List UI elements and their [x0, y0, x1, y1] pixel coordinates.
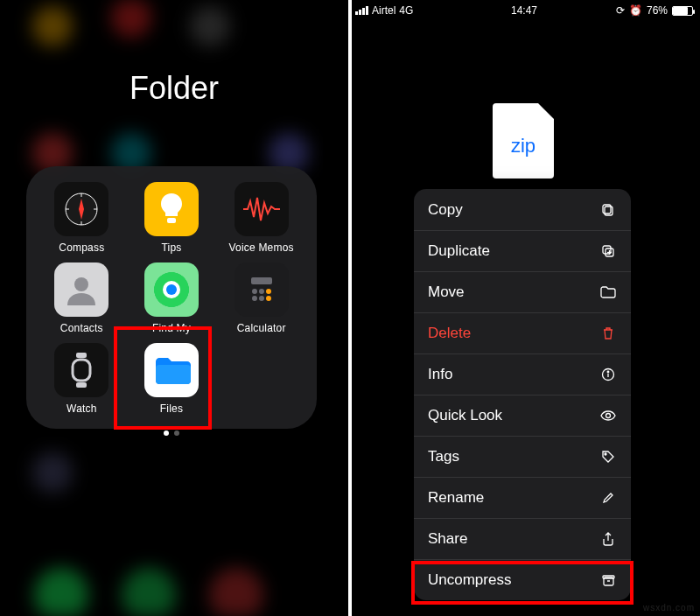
app-tips[interactable]: Tips	[128, 182, 215, 261]
menu-item-share[interactable]: Share	[414, 518, 631, 559]
svg-point-16	[266, 296, 271, 301]
share-icon	[599, 532, 617, 546]
menu-item-quick-look[interactable]: Quick Look	[414, 395, 631, 436]
menu-item-info[interactable]: Info	[414, 354, 631, 395]
trash-icon	[599, 326, 617, 340]
folder-icon	[599, 286, 617, 298]
svg-rect-17	[73, 360, 90, 381]
phone-home-folder: Folder Compass Tips Voice Memos	[0, 0, 348, 616]
phone-files-context-menu: Airtel 4G 14:47 ⟳ ⏰ 76% zip Copy Duplica…	[348, 0, 700, 616]
menu-item-rename[interactable]: Rename	[414, 477, 631, 518]
page-indicator[interactable]	[37, 424, 306, 439]
compass-icon	[54, 182, 108, 236]
menu-item-copy[interactable]: Copy	[414, 189, 631, 230]
calculator-icon	[234, 262, 289, 317]
app-compass[interactable]: Compass	[38, 182, 125, 261]
folder-title: Folder	[0, 70, 348, 107]
svg-point-14	[259, 296, 264, 301]
app-label: Tips	[128, 242, 215, 254]
app-label: Files	[128, 402, 215, 415]
watermark: wsxdn.com	[643, 603, 695, 612]
app-contacts[interactable]: Contacts	[38, 262, 125, 341]
info-icon	[599, 368, 617, 382]
context-menu: Copy Duplicate Move Delete Info Quick Lo…	[414, 189, 631, 600]
svg-rect-10	[251, 277, 272, 284]
voice-memos-icon	[234, 182, 289, 236]
files-icon	[144, 343, 199, 397]
svg-point-12	[259, 289, 264, 294]
svg-rect-6	[167, 218, 176, 223]
menu-item-duplicate[interactable]: Duplicate	[414, 230, 631, 271]
pencil-icon	[599, 492, 617, 504]
svg-point-30	[606, 414, 611, 418]
menu-item-delete[interactable]: Delete	[414, 312, 631, 354]
app-label: Find My	[128, 322, 215, 334]
battery-icon	[672, 6, 693, 16]
svg-rect-18	[76, 353, 87, 358]
archive-icon	[599, 574, 617, 587]
svg-point-13	[252, 296, 257, 301]
folder-panel: Compass Tips Voice Memos Contacts	[26, 166, 317, 429]
tips-icon	[144, 182, 199, 236]
svg-point-7	[74, 277, 88, 291]
eye-icon	[599, 410, 617, 421]
watch-icon	[54, 343, 108, 397]
image-divider	[348, 0, 352, 616]
tag-icon	[599, 450, 617, 464]
svg-point-15	[266, 289, 271, 294]
svg-rect-20	[156, 365, 191, 384]
svg-rect-19	[76, 382, 87, 388]
app-files[interactable]: Files	[128, 343, 215, 422]
menu-item-tags[interactable]: Tags	[414, 436, 631, 477]
app-calculator[interactable]: Calculator	[218, 262, 305, 341]
clock: 14:47	[348, 4, 700, 17]
contacts-icon	[54, 262, 108, 317]
app-label: Contacts	[38, 322, 125, 334]
menu-item-move[interactable]: Move	[414, 271, 631, 312]
zip-file-icon[interactable]: zip	[493, 103, 554, 178]
menu-item-uncompress[interactable]: Uncompress	[414, 559, 631, 600]
app-label: Watch	[38, 402, 125, 415]
app-grid: Compass Tips Voice Memos Contacts	[37, 182, 306, 422]
svg-point-9	[166, 284, 177, 295]
svg-point-29	[607, 371, 609, 373]
zip-file-label: zip	[511, 135, 536, 158]
status-bar: Airtel 4G 14:47 ⟳ ⏰ 76%	[348, 0, 700, 19]
app-find-my[interactable]: Find My	[128, 262, 215, 341]
svg-point-31	[605, 453, 606, 455]
copy-icon	[599, 203, 617, 217]
app-watch[interactable]: Watch	[38, 343, 125, 422]
app-label: Calculator	[218, 322, 305, 334]
app-label: Compass	[38, 242, 125, 254]
svg-point-11	[252, 289, 257, 294]
find-my-icon	[144, 262, 199, 317]
app-voice-memos[interactable]: Voice Memos	[218, 182, 305, 261]
app-label: Voice Memos	[218, 242, 305, 254]
duplicate-icon	[599, 244, 617, 258]
